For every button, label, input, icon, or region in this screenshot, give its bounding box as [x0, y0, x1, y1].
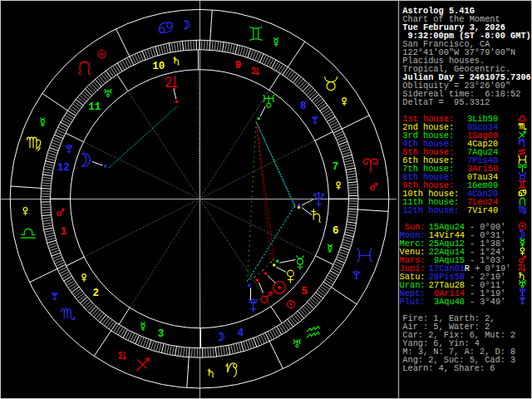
svg-text:6: 6	[332, 225, 339, 237]
svg-text:12th house:: 12th house:	[402, 205, 459, 215]
svg-text:Learn: 4, Share: 6: Learn: 4, Share: 6	[402, 363, 495, 373]
svg-text:9: 9	[235, 60, 242, 71]
svg-text:3: 3	[158, 328, 165, 340]
svg-text:10: 10	[152, 61, 165, 72]
svg-text:11: 11	[88, 101, 101, 113]
svg-text:- 3°49': - 3°49'	[470, 297, 505, 307]
svg-text:4: 4	[237, 328, 244, 339]
svg-text:DeltaT = 95.3312: DeltaT = 95.3312	[402, 97, 490, 107]
svg-text:12: 12	[57, 162, 70, 174]
svg-text:8: 8	[300, 101, 307, 112]
svg-text:R: R	[465, 264, 470, 273]
svg-text:1: 1	[61, 226, 67, 238]
svg-text:2: 2	[92, 288, 99, 299]
svg-text:7: 7	[332, 161, 339, 173]
svg-text:3Aqu48: 3Aqu48	[429, 297, 465, 307]
svg-text:7Vir40: 7Vir40	[467, 205, 498, 215]
svg-text:5: 5	[301, 286, 308, 298]
svg-text:Plut:: Plut:	[400, 297, 426, 307]
